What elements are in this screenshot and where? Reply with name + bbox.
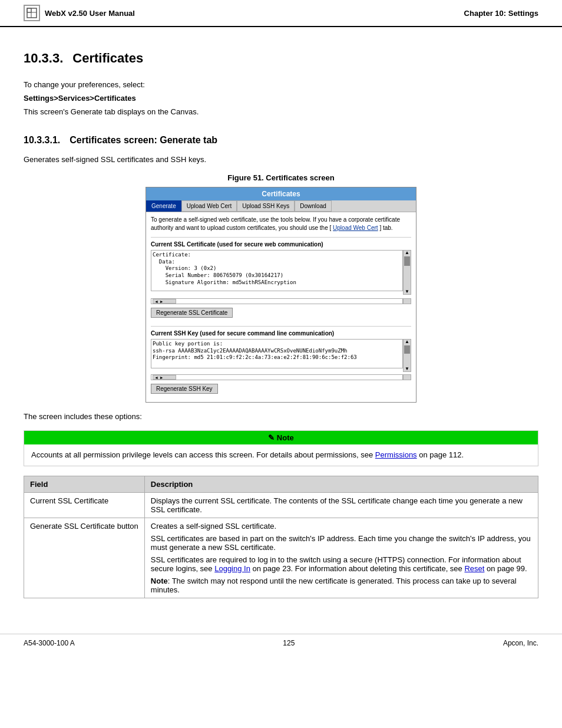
cert-screen-title: Certificates (146, 187, 416, 200)
ssh-key-textarea[interactable]: Public key portion is: ssh-rsa AAAAB3Nza… (151, 339, 403, 368)
field-ssl-cert: Current SSL Certificate (24, 492, 145, 518)
footer-center: 125 (283, 639, 295, 647)
permissions-link[interactable]: Permissions (375, 450, 417, 459)
cert-tabs: Generate Upload Web Cert Upload SSH Keys… (146, 200, 416, 212)
desc-gen-ssl: Creates a self-signed SSL certificate. S… (144, 518, 538, 598)
screen-includes-text: The screen includes these options: (24, 412, 538, 421)
ssl-scrollbar-h[interactable]: ◄ ► (151, 298, 403, 304)
regen-ssh-button[interactable]: Regenerate SSH Key (151, 384, 218, 394)
ssl-scrollbar-v[interactable]: ▲ ▼ (403, 250, 411, 295)
table-row: Current SSL Certificate Displays the cur… (24, 492, 538, 518)
intro-text: To change your preferences, select: (24, 80, 538, 89)
section-title: Certificates (72, 51, 143, 66)
figure-container: Figure 51. Certificates screen Certifica… (24, 173, 538, 403)
note-header: ✎ Note (24, 431, 538, 444)
info-table: Field Description Current SSL Certificat… (24, 476, 538, 598)
subsection-title: Certificates screen: Generate tab (70, 135, 217, 146)
subsection-number: 10.3.3.1. (24, 135, 60, 146)
footer-right: Apcon, Inc. (503, 639, 538, 647)
note-suffix: on page 112. (417, 450, 464, 459)
cert-screen: Certificates Generate Upload Web Cert Up… (146, 187, 416, 403)
regen-ssl-button[interactable]: Regenerate SSL Certificate (151, 308, 233, 318)
canvas-text: This screen's Generate tab displays on t… (24, 107, 538, 116)
generates-text: Generates self-signed SSL certificates a… (24, 155, 538, 164)
reset-link[interactable]: Reset (464, 564, 484, 573)
table-row: Generate SSL Certificate button Creates … (24, 518, 538, 598)
manual-icon (24, 5, 40, 21)
ssl-section-label: Current SSL Certificate (used for secure… (151, 241, 411, 248)
ssh-scrollbar-h[interactable]: ◄ ► (151, 374, 403, 380)
settings-path: Settings>Services>Certificates (24, 94, 538, 103)
ssh-section-label: Current SSH Key (used for secure command… (151, 330, 411, 337)
cert-description: To generate a self-signed web certificat… (151, 216, 411, 232)
page-header: WebX v2.50 User Manual Chapter 10: Setti… (0, 0, 562, 27)
section-number: 10.3.3. (24, 51, 63, 66)
main-content: 10.3.3. Certificates To change your pref… (0, 27, 562, 622)
svg-rect-0 (27, 8, 37, 18)
manual-title: WebX v2.50 User Manual (45, 9, 135, 18)
note-text: Accounts at all permission privilege lev… (31, 450, 375, 459)
header-left: WebX v2.50 User Manual (24, 5, 135, 21)
cert-body: To generate a self-signed web certificat… (146, 212, 416, 402)
svg-rect-1 (27, 8, 31, 12)
logging-in-link[interactable]: Logging In (214, 564, 250, 573)
field-gen-ssl: Generate SSL Certificate button (24, 518, 145, 598)
note-content: Accounts at all permission privilege lev… (24, 444, 538, 466)
tab-generate[interactable]: Generate (146, 200, 181, 212)
tab-download[interactable]: Download (295, 200, 331, 212)
tab-upload-web-cert[interactable]: Upload Web Cert (181, 200, 237, 212)
footer-left: A54-3000-100 A (24, 639, 75, 647)
page-footer: A54-3000-100 A 125 Apcon, Inc. (0, 634, 562, 652)
tab-upload-ssh-keys[interactable]: Upload SSH Keys (237, 200, 295, 212)
upload-web-cert-link[interactable]: Upload Web Cert (333, 225, 378, 231)
section-heading-row: 10.3.3. Certificates (24, 39, 538, 73)
note-box: ✎ Note Accounts at all permission privil… (24, 430, 538, 466)
ssh-scroll-corner (403, 374, 411, 380)
subsection-heading-row: 10.3.3.1. Certificates screen: Generate … (24, 126, 538, 150)
desc-ssl-cert: Displays the current SSL certificate. Th… (144, 492, 538, 518)
ssl-scroll-corner (403, 298, 411, 304)
col-field: Field (24, 476, 145, 492)
col-desc: Description (144, 476, 538, 492)
ssh-scrollbar-v[interactable]: ▲ ▼ (403, 339, 411, 372)
figure-caption: Figure 51. Certificates screen (24, 173, 538, 182)
chapter-label: Chapter 10: Settings (464, 9, 538, 18)
ssl-certificate-textarea[interactable]: Certificate: Data: Version: 3 (0x2) Seri… (151, 250, 403, 291)
